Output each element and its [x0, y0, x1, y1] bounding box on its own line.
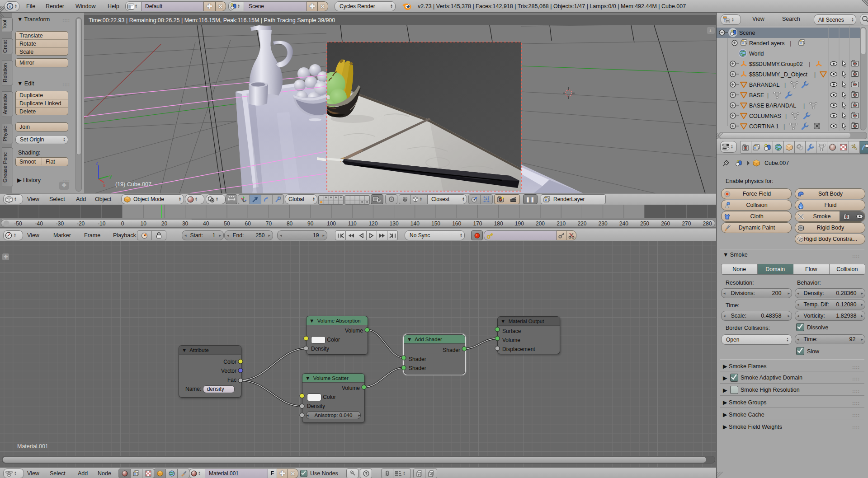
svg-text:10: 10 [141, 220, 147, 227]
svg-text:i: i [9, 4, 10, 9]
svg-text:CORTINA 1: CORTINA 1 [749, 123, 779, 130]
svg-text:$$$DUMMY.Group02: $$$DUMMY.Group02 [749, 61, 803, 67]
svg-text:|: | [790, 40, 791, 47]
svg-text:|: | [809, 61, 810, 67]
svg-text:-50: -50 [14, 220, 22, 227]
svg-text:Material.001: Material.001 [17, 443, 48, 450]
svg-text:x: x [103, 183, 106, 188]
svg-text:+: + [709, 28, 712, 33]
svg-text:100: 100 [327, 220, 336, 227]
svg-text:160: 160 [452, 220, 461, 227]
svg-text:180: 180 [494, 220, 503, 227]
svg-text:280: 280 [703, 220, 712, 227]
svg-text:|: | [783, 123, 785, 130]
svg-text:170: 170 [473, 220, 482, 227]
svg-text:World: World [749, 51, 764, 57]
svg-text:-20: -20 [77, 220, 85, 227]
svg-text:RenderLayers: RenderLayers [749, 40, 785, 47]
svg-text:210: 210 [557, 220, 566, 227]
svg-text:20: 20 [161, 220, 168, 227]
svg-text:50: 50 [224, 220, 230, 227]
svg-text:190: 190 [515, 220, 524, 227]
svg-text:$$$DUMMY._D_Object: $$$DUMMY._D_Object [749, 71, 808, 78]
svg-text:240: 240 [619, 220, 628, 227]
svg-text:Scene: Scene [739, 30, 755, 36]
svg-text:|: | [767, 92, 769, 98]
svg-text:80: 80 [287, 220, 293, 227]
svg-text:Time:00:22.93 | Remaining:08:2: Time:00:22.93 | Remaining:08:26.25 | Mem… [89, 17, 335, 23]
svg-text:-30: -30 [56, 220, 64, 227]
svg-text:260: 260 [661, 220, 670, 227]
svg-text:120: 120 [368, 220, 377, 227]
svg-text:140: 140 [410, 220, 420, 227]
svg-text:BASE: BASE [749, 92, 764, 98]
svg-text:BARANDAL: BARANDAL [749, 82, 779, 88]
svg-text:130: 130 [390, 220, 399, 227]
svg-text:110: 110 [348, 220, 357, 227]
svg-text:90: 90 [307, 220, 314, 227]
svg-text:|: | [784, 82, 786, 88]
svg-text:60: 60 [245, 220, 251, 227]
svg-text:40: 40 [203, 220, 209, 227]
svg-text:z: z [96, 160, 99, 165]
svg-text:270: 270 [682, 220, 691, 227]
svg-text:-40: -40 [35, 220, 43, 227]
svg-text:(19) Cube.007: (19) Cube.007 [115, 181, 151, 187]
svg-text:250: 250 [640, 220, 649, 227]
svg-text:220: 220 [577, 220, 586, 227]
svg-text:70: 70 [266, 220, 272, 227]
svg-text:200: 200 [536, 220, 545, 227]
svg-text:BASE BARANDAL: BASE BARANDAL [749, 103, 796, 109]
svg-text:-10: -10 [98, 220, 106, 227]
svg-text:30: 30 [182, 220, 189, 227]
svg-text:|: | [785, 113, 787, 119]
svg-text:0: 0 [121, 220, 124, 227]
svg-text:COLUMNAS: COLUMNAS [749, 113, 781, 119]
svg-text:150: 150 [431, 220, 440, 227]
svg-text:230: 230 [599, 220, 608, 227]
svg-text:|: | [814, 71, 816, 78]
svg-text:|: | [803, 103, 805, 109]
svg-text:y: y [109, 173, 112, 179]
